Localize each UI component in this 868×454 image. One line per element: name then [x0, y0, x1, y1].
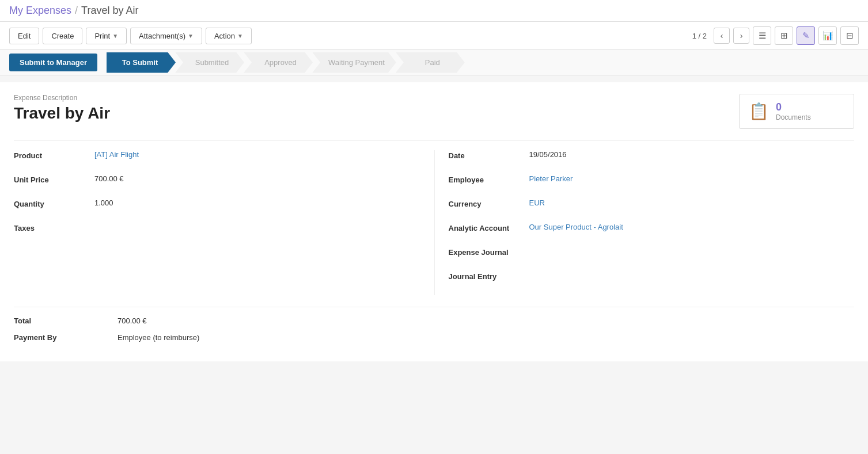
field-journal-entry: Journal Entry: [449, 271, 855, 287]
field-product: Product [AT] Air Flight: [14, 150, 420, 166]
unit-price-value: 700.00 €: [94, 174, 124, 183]
attachments-button[interactable]: Attachment(s) ▼: [130, 28, 202, 44]
next-record-button[interactable]: ›: [733, 28, 749, 44]
step-paid: Paid: [396, 52, 465, 73]
documents-widget[interactable]: 📋 0 Documents: [739, 94, 854, 129]
field-taxes: Taxes: [14, 223, 420, 239]
breadcrumb-current: Travel by Air: [81, 5, 138, 17]
pagination-display: 1 / 2: [692, 32, 707, 40]
date-label: Date: [449, 150, 529, 160]
breadcrumb-bar: My Expenses / Travel by Air: [0, 0, 868, 22]
edit-button[interactable]: Edit: [9, 28, 39, 44]
documents-label: Documents: [776, 113, 811, 121]
toolbar: Edit Create Print ▼ Attachment(s) ▼ Acti…: [0, 22, 868, 50]
expense-description-label: Expense Description: [14, 94, 110, 102]
employee-value[interactable]: Pieter Parker: [529, 174, 573, 183]
attachments-arrow-icon: ▼: [188, 33, 194, 39]
product-label: Product: [14, 150, 94, 160]
field-analytic-account: Analytic Account Our Super Product - Agr…: [449, 223, 855, 239]
print-label: Print: [94, 32, 110, 40]
submit-to-manager-button[interactable]: Submit to Manager: [9, 54, 97, 71]
graph-view-button[interactable]: 📊: [818, 26, 837, 45]
currency-label: Currency: [449, 199, 529, 208]
attachments-label: Attachment(s): [139, 32, 185, 40]
pagination: 1 / 2: [692, 32, 707, 40]
pivot-view-icon: ⊟: [846, 30, 854, 41]
unit-price-label: Unit Price: [14, 174, 94, 184]
documents-icon: 📋: [749, 102, 769, 121]
field-total: Total 700.00 €: [14, 316, 854, 325]
bottom-fields: Total 700.00 € Payment By Employee (to r…: [14, 307, 854, 342]
action-button[interactable]: Action ▼: [206, 28, 252, 44]
payment-by-label: Payment By: [14, 333, 117, 342]
field-date: Date 19/05/2016: [449, 150, 855, 166]
analytic-account-value[interactable]: Our Super Product - Agrolait: [529, 223, 623, 231]
step-submitted: Submitted: [175, 52, 244, 73]
expense-title: Travel by Air: [14, 104, 110, 123]
prev-record-button[interactable]: ‹: [714, 28, 730, 44]
breadcrumb-parent-link[interactable]: My Expenses: [9, 5, 71, 17]
list-view-icon: ☰: [759, 30, 766, 41]
pivot-view-button[interactable]: ⊟: [840, 26, 859, 45]
print-button[interactable]: Print ▼: [86, 28, 127, 44]
field-employee: Employee Pieter Parker: [449, 174, 855, 190]
step-approved: Approved: [244, 52, 313, 73]
total-label: Total: [14, 316, 117, 325]
employee-label: Employee: [449, 174, 529, 184]
field-expense-journal: Expense Journal: [449, 247, 855, 263]
action-arrow-icon: ▼: [237, 33, 243, 39]
status-bar: Submit to Manager To Submit Submitted Ap…: [0, 50, 868, 75]
kanban-view-icon: ⊞: [780, 30, 788, 41]
kanban-view-button[interactable]: ⊞: [775, 26, 793, 45]
graph-view-icon: 📊: [822, 30, 833, 41]
main-content: Expense Description Travel by Air 📋 0 Do…: [0, 82, 868, 361]
step-waiting-payment: Waiting Payment: [312, 52, 396, 73]
print-arrow-icon: ▼: [112, 33, 118, 39]
quantity-label: Quantity: [14, 199, 94, 208]
action-label: Action: [214, 32, 235, 40]
list-view-button[interactable]: ☰: [753, 26, 771, 45]
payment-by-value: Employee (to reimburse): [117, 333, 199, 342]
documents-count: 0: [776, 101, 811, 113]
taxes-label: Taxes: [14, 223, 94, 232]
status-steps: To Submit Submitted Approved Waiting Pay…: [107, 50, 859, 75]
form-view-icon: ✎: [802, 30, 810, 41]
analytic-account-label: Analytic Account: [449, 223, 529, 232]
step-to-submit: To Submit: [107, 52, 176, 73]
form-view-button[interactable]: ✎: [797, 26, 815, 45]
field-quantity: Quantity 1.000: [14, 199, 420, 215]
expense-journal-label: Expense Journal: [449, 247, 529, 257]
product-value[interactable]: [AT] Air Flight: [94, 150, 139, 159]
documents-info: 0 Documents: [776, 101, 811, 121]
quantity-value: 1.000: [94, 199, 113, 207]
toolbar-right: 1 / 2 ‹ › ☰ ⊞ ✎ 📊 ⊟: [692, 26, 859, 45]
field-unit-price: Unit Price 700.00 €: [14, 174, 420, 190]
journal-entry-label: Journal Entry: [449, 271, 529, 281]
total-value: 700.00 €: [117, 316, 147, 325]
breadcrumb-separator: /: [75, 5, 78, 17]
date-value: 19/05/2016: [529, 150, 567, 159]
document-header: Expense Description Travel by Air 📋 0 Do…: [14, 94, 854, 129]
title-section: Expense Description Travel by Air: [14, 94, 110, 123]
field-currency: Currency EUR: [449, 199, 855, 215]
create-button[interactable]: Create: [43, 28, 82, 44]
fields-grid: Product [AT] Air Flight Unit Price 700.0…: [14, 140, 854, 295]
field-payment-by: Payment By Employee (to reimburse): [14, 333, 854, 342]
fields-left: Product [AT] Air Flight Unit Price 700.0…: [14, 150, 434, 295]
currency-value[interactable]: EUR: [529, 199, 545, 207]
fields-right: Date 19/05/2016 Employee Pieter Parker C…: [434, 150, 855, 295]
